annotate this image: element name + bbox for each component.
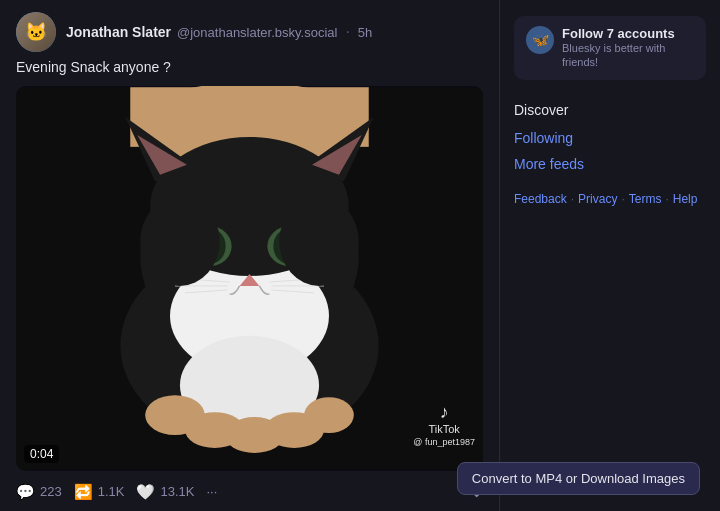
avatar-image: 🐱: [16, 12, 56, 52]
more-icon: ···: [206, 484, 217, 499]
tiktok-handle: @ fun_pet1987: [413, 437, 475, 447]
author-handle: @jonathanslater.bsky.social: [177, 25, 337, 40]
follow-text: Follow 7 accounts Bluesky is better with…: [562, 26, 694, 70]
footer-sep-2: ·: [621, 192, 624, 206]
post-meta: Jonathan Slater @jonathanslater.bsky.soc…: [66, 23, 483, 41]
comment-count: 223: [40, 484, 62, 499]
repost-action[interactable]: 🔁 1.1K: [74, 479, 137, 505]
sidebar-item-following[interactable]: Following: [514, 124, 706, 152]
convert-banner[interactable]: Convert to MP4 or Download Images: [457, 462, 700, 495]
post-1: 🐱 Jonathan Slater @jonathanslater.bsky.s…: [0, 0, 499, 511]
follow-title[interactable]: Follow 7 accounts: [562, 26, 694, 41]
terms-link[interactable]: Terms: [629, 192, 662, 206]
like-count: 13.1K: [160, 484, 194, 499]
separator: ·: [345, 23, 349, 41]
follow-section: 🦋 Follow 7 accounts Bluesky is better wi…: [514, 16, 706, 80]
comment-action[interactable]: 💬 223: [16, 479, 74, 505]
heart-icon: 🤍: [136, 483, 155, 501]
tiktok-logo-icon: ♪: [413, 402, 475, 423]
sidebar-more-feeds[interactable]: More feeds: [514, 152, 706, 176]
repost-count: 1.1K: [98, 484, 125, 499]
comment-icon: 💬: [16, 483, 35, 501]
footer-sep-1: ·: [571, 192, 574, 206]
post-text: Evening Snack anyone ?: [16, 58, 483, 78]
sidebar-footer: Feedback · Privacy · Terms · Help: [514, 192, 706, 206]
sidebar: 🦋 Follow 7 accounts Bluesky is better wi…: [500, 0, 720, 511]
post-header: 🐱 Jonathan Slater @jonathanslater.bsky.s…: [16, 12, 483, 52]
following-label: Following: [514, 130, 573, 146]
follow-suggestion: 🦋 Follow 7 accounts Bluesky is better wi…: [514, 16, 706, 80]
like-action[interactable]: 🤍 13.1K: [136, 479, 206, 505]
tiktok-watermark: ♪ TikTok @ fun_pet1987: [413, 402, 475, 447]
svg-point-34: [279, 196, 358, 285]
media-container[interactable]: 0:04 ♪ TikTok @ fun_pet1987: [16, 86, 483, 471]
feedback-link[interactable]: Feedback: [514, 192, 567, 206]
nav-section: Discover Following More feeds: [514, 96, 706, 176]
discover-label: Discover: [514, 102, 568, 118]
svg-point-33: [140, 196, 219, 285]
sidebar-item-discover[interactable]: Discover: [514, 96, 706, 124]
tiktok-name: TikTok: [428, 423, 459, 435]
svg-point-32: [304, 397, 354, 433]
post-actions: 💬 223 🔁 1.1K 🤍 13.1K ··· ⬇: [16, 479, 483, 505]
bluesky-icon: 🦋: [532, 32, 549, 48]
main-feed: 🐱 Jonathan Slater @jonathanslater.bsky.s…: [0, 0, 500, 511]
author-line: Jonathan Slater @jonathanslater.bsky.soc…: [66, 23, 483, 41]
privacy-link[interactable]: Privacy: [578, 192, 617, 206]
more-action[interactable]: ···: [206, 480, 229, 503]
footer-sep-3: ·: [665, 192, 668, 206]
help-link[interactable]: Help: [673, 192, 698, 206]
avatar[interactable]: 🐱: [16, 12, 56, 52]
video-timestamp: 0:04: [24, 445, 59, 463]
author-name[interactable]: Jonathan Slater: [66, 24, 171, 40]
post-time: 5h: [358, 25, 372, 40]
follow-desc: Bluesky is better with friends!: [562, 41, 694, 70]
follow-icon: 🦋: [526, 26, 554, 54]
repost-icon: 🔁: [74, 483, 93, 501]
